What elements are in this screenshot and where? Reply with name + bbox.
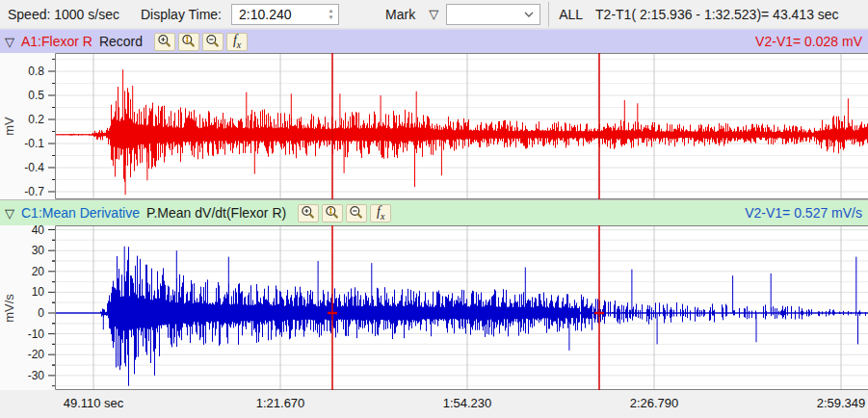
y-tick-label: -30 [28, 369, 44, 382]
time-tick-label: 1:21.670 [256, 396, 305, 410]
spinner-up-icon[interactable]: ▲ [329, 8, 334, 14]
zoom-out-button[interactable] [202, 33, 224, 51]
channel-c1-y-axis: mV/s 403020100-10-20-30 [0, 225, 55, 390]
toolbar-divider [548, 2, 549, 27]
channel-c1-title: C1:Mean Derivative [21, 205, 140, 221]
channel-c1-body: mV/s 403020100-10-20-30 [0, 225, 868, 390]
all-label: ALL [559, 7, 583, 22]
time-tick-label: 49.110 sec [64, 396, 124, 410]
y-tick-label: -0.7 [24, 185, 44, 198]
fx-icon: fx [233, 33, 241, 50]
channel-a1-mode: Record [99, 34, 143, 49]
y-tick-label: -0.1 [24, 137, 44, 150]
channel-c1-unit-label: mV/s [2, 294, 16, 323]
channel-c1-mode: P.Mean dV/dt(Flexor R) [146, 205, 286, 221]
speed-label: Speed: 1000 s/sec [8, 7, 119, 22]
channel-a1-delta-readout: V2-V1= 0.028 mV [755, 34, 868, 49]
mark-dropdown[interactable] [446, 4, 540, 25]
y-tick-label: 10 [32, 285, 44, 299]
y-tick-label: 40 [32, 225, 44, 237]
zoom-vertical-button[interactable] [178, 33, 199, 51]
channel-a1-unit-label: mV [2, 117, 16, 136]
display-time-input[interactable] [232, 7, 324, 22]
channel-a1-header: ▽ A1:Flexor R Record [0, 29, 868, 53]
time-tick-label: 2:59.349 [817, 396, 866, 410]
mark-label: Mark [385, 7, 415, 22]
y-tick-label: 0.2 [28, 113, 44, 126]
y-tick-label: 30 [32, 244, 44, 257]
zoom-in-icon [157, 34, 172, 49]
zoom-out-button[interactable] [346, 204, 367, 222]
channel-c1-toolbar: fx [298, 204, 391, 222]
channel-c1-tick-marks [47, 225, 55, 390]
channel-a1-body: mV 0.80.50.2-0.1-0.4-0.7 [0, 53, 868, 199]
channel-c1-delta-readout: V2-V1= 0.527 mV/s [745, 205, 868, 221]
y-tick-label: -20 [28, 348, 44, 361]
channel-c1-header: ▽ C1:Mean Derivative P.Mean dV/dt(Flexor… [0, 199, 868, 225]
chevron-down-icon [524, 12, 534, 17]
mark-menu-triangle-icon[interactable]: ▽ [429, 8, 438, 20]
channel-a1-y-axis: mV 0.80.50.2-0.1-0.4-0.7 [0, 53, 55, 199]
channel-a1-menu-triangle-icon[interactable]: ▽ [5, 36, 14, 48]
main-toolbar: Speed: 1000 s/sec Display Time: ▲ ▼ Mark… [0, 0, 868, 29]
display-time-spinner[interactable]: ▲ ▼ [324, 5, 338, 24]
zoom-vertical-icon [181, 34, 197, 49]
channel-c1-menu-triangle-icon[interactable]: ▽ [5, 207, 14, 220]
zoom-in-button[interactable] [154, 33, 175, 51]
y-tick-label: 0.8 [28, 65, 44, 78]
t2t1-delta-readout: T2-T1( 2:15.936 - 1:32.523)= 43.413 sec [595, 7, 839, 22]
y-tick-label: 0 [38, 306, 44, 320]
function-fx-button[interactable]: fx [370, 204, 391, 222]
channel-c1-waveform[interactable] [55, 225, 868, 390]
zoom-vertical-button[interactable] [322, 204, 343, 222]
y-tick-label: -0.4 [24, 161, 44, 174]
time-axis-labels: 49.110 sec1:21.6701:54.2302:26.7902:59.3… [55, 396, 868, 415]
time-axis: 49.110 sec1:21.6701:54.2302:26.7902:59.3… [0, 390, 868, 418]
display-time-field[interactable]: ▲ ▼ [231, 4, 339, 25]
channel-a1-tick-marks [47, 53, 55, 199]
zoom-in-button[interactable] [298, 204, 319, 222]
time-tick-label: 1:54.230 [443, 396, 492, 410]
zoom-out-icon [349, 205, 364, 221]
spinner-down-icon[interactable]: ▼ [329, 14, 334, 21]
function-fx-button[interactable]: fx [226, 33, 248, 51]
channel-a1-title: A1:Flexor R [21, 34, 92, 49]
zoom-vertical-icon [325, 205, 340, 221]
fx-icon: fx [377, 204, 384, 222]
y-tick-label: -10 [28, 327, 44, 341]
y-tick-label: 0.5 [28, 89, 44, 102]
display-time-label: Display Time: [141, 7, 222, 22]
zoom-out-icon [205, 34, 221, 49]
y-tick-label: 20 [32, 265, 44, 278]
channel-c1-plot[interactable] [55, 225, 868, 390]
channel-a1-waveform[interactable] [55, 53, 868, 199]
channel-a1-toolbar: fx [154, 33, 248, 51]
channel-a1-plot[interactable] [55, 53, 868, 199]
time-tick-label: 2:26.790 [630, 396, 679, 410]
zoom-in-icon [301, 205, 316, 221]
